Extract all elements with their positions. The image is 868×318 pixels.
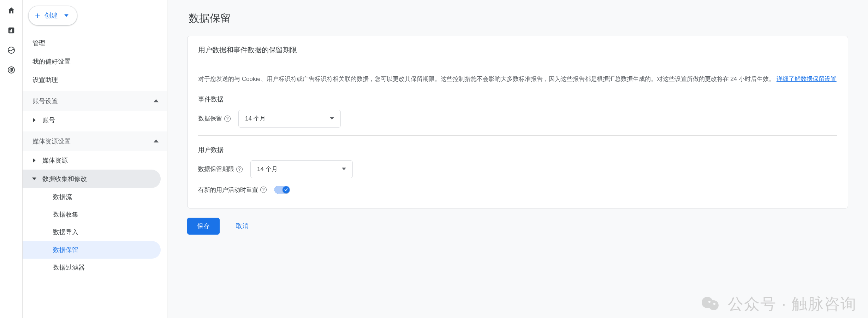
plus-icon: + [35,11,40,20]
learn-more-link[interactable]: 详细了解数据保留设置 [777,76,837,82]
svg-point-8 [702,297,713,308]
arrow-right-icon [32,158,37,163]
section-account-settings[interactable]: 账号设置 [23,91,167,111]
tree-data-collection-group[interactable]: 数据收集和修改 [23,170,161,188]
watermark: 公众号 · 触脉咨询 [700,294,857,314]
chevron-up-icon [154,98,159,105]
help-icon[interactable]: ? [224,116,231,122]
divider [198,135,837,136]
admin-sidebar: + 创建 管理 我的偏好设置 设置助理 账号设置 账号 媒体资源设置 [23,0,167,318]
subnav-data-collection[interactable]: 数据收集 [23,206,167,223]
arrow-down-icon [32,177,37,181]
main-content: 数据保留 用户数据和事件数据的保留期限 对于您发送的与 Cookie、用户标识符… [167,0,868,318]
svg-rect-1 [10,30,11,33]
cancel-button[interactable]: 取消 [230,218,255,235]
nav-admin[interactable]: 管理 [23,34,167,52]
icon-rail [0,0,23,318]
reset-on-activity-label: 有新的用户活动时重置 ? [198,186,267,194]
user-block-title: 用户数据 [198,146,837,154]
reports-icon[interactable] [7,26,16,35]
reset-on-activity-toggle[interactable] [274,186,290,194]
subnav-data-filters[interactable]: 数据过滤器 [23,259,167,276]
card-header: 用户数据和事件数据的保留期限 [188,36,848,64]
arrow-right-icon [32,118,37,122]
event-data-block: 事件数据 数据保留 ? 14 个月 [198,95,837,128]
nav-setup-assistant[interactable]: 设置助理 [23,71,167,89]
retention-card: 用户数据和事件数据的保留期限 对于您发送的与 Cookie、用户标识符或广告标识… [187,36,848,208]
nav-preferences[interactable]: 我的偏好设置 [23,52,167,71]
event-retention-select[interactable]: 14 个月 [238,110,341,128]
tree-account[interactable]: 账号 [23,111,167,129]
explore-icon[interactable] [7,46,16,54]
user-retention-select[interactable]: 14 个月 [250,160,353,178]
svg-point-7 [11,70,12,70]
svg-point-9 [709,300,719,310]
svg-rect-2 [11,29,12,32]
caret-down-icon [342,166,346,173]
section-property-settings[interactable]: 媒体资源设置 [23,131,167,151]
home-icon[interactable] [7,6,16,15]
card-description: 对于您发送的与 Cookie、用户标识符或广告标识符相关联的数据，您可以更改其保… [198,74,837,84]
create-button[interactable]: + 创建 [28,6,77,25]
save-button[interactable]: 保存 [187,218,220,235]
event-retention-label: 数据保留 ? [198,114,231,123]
subnav-data-streams[interactable]: 数据流 [23,188,167,206]
svg-point-10 [708,301,711,303]
svg-point-11 [713,303,715,305]
event-block-title: 事件数据 [198,95,837,104]
caret-down-icon [64,12,69,19]
create-label: 创建 [44,11,58,20]
svg-point-4 [8,47,14,53]
action-row: 保存 取消 [187,218,848,235]
chevron-up-icon [154,138,159,145]
check-icon [283,186,290,193]
help-icon[interactable]: ? [236,166,243,172]
page-title: 数据保留 [189,11,848,26]
help-icon[interactable]: ? [260,187,267,193]
subnav-data-import[interactable]: 数据导入 [23,223,167,241]
tree-property[interactable]: 媒体资源 [23,151,167,170]
advertising-icon[interactable] [7,66,16,74]
user-data-block: 用户数据 数据保留期限 ? 14 个月 [198,146,837,194]
caret-down-icon [330,115,334,122]
user-retention-label: 数据保留期限 ? [198,165,243,173]
subnav-data-retention[interactable]: 数据保留 [23,241,161,259]
